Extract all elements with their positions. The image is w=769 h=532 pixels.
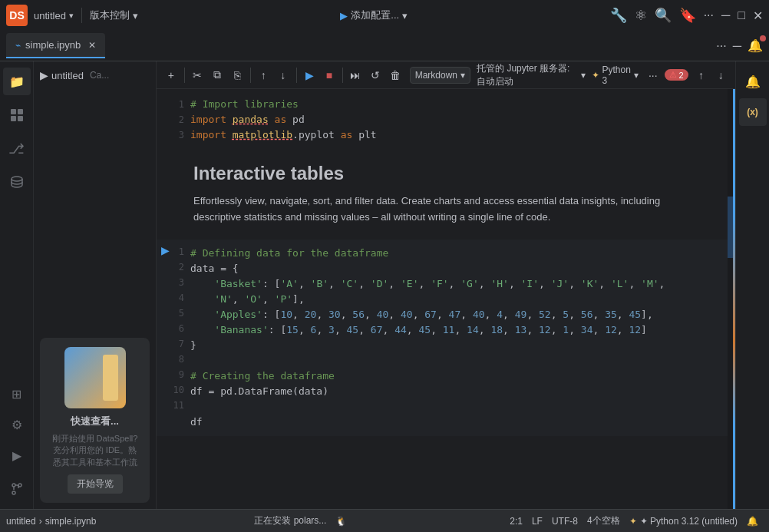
copy-cell-button[interactable]: ⧉ [209, 64, 226, 86]
close-button[interactable]: ✕ [753, 8, 763, 23]
promo-title: 快速查看... [71, 415, 119, 428]
code-line: 'Apples': [10, 20, 30, 56, 40, 40, 67, 4… [190, 307, 735, 322]
rp-notifications-icon[interactable]: 🔔 [739, 68, 767, 95]
code-module: pandas [233, 114, 269, 125]
clear-output-button[interactable]: 🗑 [387, 64, 404, 86]
version-ctrl-label: 版本控制 [90, 8, 130, 22]
minimize-button[interactable]: ─ [721, 8, 730, 22]
move-cell-down-button[interactable]: ↓ [275, 64, 292, 86]
line-num: 3 [179, 275, 184, 290]
activity-bar: 📁 ⎇ ⊞ ⚙ ▶ [0, 61, 34, 509]
actbar-terminal-icon[interactable]: ▶ [3, 441, 31, 469]
project-dropdown-icon[interactable]: ▾ [69, 11, 74, 21]
statusbar-encoding[interactable]: UTF-8 [547, 516, 583, 527]
cell-type-select[interactable]: Markdown ▾ [410, 67, 470, 84]
code-cell-2: ▶ 1 2 3 4 5 6 7 8 9 10 11 [157, 240, 735, 436]
code-comment: # Creating the dataframe [190, 370, 335, 382]
tab-simple-ipynb[interactable]: ⌁ simple.ipynb ✕ [6, 33, 105, 58]
version-control-btn[interactable]: 版本控制 ▾ [90, 8, 138, 22]
actbar-extensions-icon[interactable]: ⊞ [3, 380, 31, 408]
move-cell-up-button[interactable]: ↑ [255, 64, 272, 86]
nav-down-button[interactable]: ↓ [712, 64, 729, 86]
statusbar-breadcrumb[interactable]: untitled › simple.ipynb [6, 516, 96, 527]
code-string: 'Basket' [214, 278, 262, 289]
actbar-datascience-icon[interactable] [3, 101, 31, 129]
actbar-settings-icon[interactable]: ⚙ [3, 411, 31, 438]
sidebar-folder-arrow[interactable]: ▶ [40, 69, 48, 81]
tab-bar-actions: ··· ─ 🔔 [716, 38, 763, 53]
toolbar-sep-3 [296, 68, 297, 83]
cursor-position: 2:1 [510, 516, 523, 527]
actbar-project-icon[interactable]: 📁 [3, 68, 31, 95]
statusbar-installing[interactable]: 正在安装 polars... [249, 514, 331, 527]
code-line: df [190, 415, 735, 430]
code-keyword: import [190, 114, 226, 125]
bookmark-icon[interactable]: 🔖 [679, 7, 696, 24]
svg-rect-2 [11, 116, 16, 121]
cell-2-content[interactable]: # Defining data for the dataframe data =… [190, 243, 735, 433]
more-icon[interactable]: ··· [704, 8, 714, 22]
sidebar-project-name: untitled [51, 70, 84, 81]
rp-variables-icon[interactable]: (x) [739, 98, 767, 126]
statusbar-bell[interactable]: 🔔 [742, 516, 763, 527]
run-all-button[interactable]: ⏭ [348, 64, 365, 86]
python-arrow: ▾ [634, 70, 639, 81]
interrupt-button[interactable]: ■ [321, 64, 338, 86]
code-line [190, 353, 735, 368]
svg-point-7 [12, 491, 15, 494]
add-cell-button[interactable]: + [163, 64, 180, 86]
tab-more-icon[interactable]: ··· [716, 39, 726, 53]
actbar-git-icon[interactable]: ⎇ [3, 135, 31, 163]
promo-button[interactable]: 开始导览 [68, 474, 123, 494]
python-star-icon: ✦ [592, 70, 599, 81]
code-keyword: as [341, 129, 353, 140]
toolbar-sep-2 [250, 68, 251, 83]
line-num: 2 [179, 112, 184, 127]
cell-2-gutter: ▶ 1 2 3 4 5 6 7 8 9 10 11 [158, 243, 190, 433]
promo-image [64, 347, 126, 408]
cell-2-line-nums: 1 2 3 4 5 6 7 8 9 10 11 [173, 244, 184, 413]
app-logo: DS [6, 5, 28, 26]
restart-kernel-button[interactable]: ↺ [367, 64, 384, 86]
toolbar-sep-4 [342, 68, 343, 83]
actbar-git-bottom-icon[interactable] [3, 475, 31, 503]
statusbar-line-ending[interactable]: LF [527, 516, 547, 527]
statusbar-indent[interactable]: 4个空格 [583, 514, 625, 527]
statusbar-python[interactable]: ✦ ✦ Python 3.12 (untitled) [625, 516, 742, 527]
run-cell-button[interactable]: ▶ [301, 64, 318, 86]
error-badge[interactable]: ⚠ 2 [665, 69, 688, 81]
run-indicator[interactable]: ▶ [161, 244, 170, 256]
code-string: 'Apples' [214, 309, 262, 320]
statusbar-cursor[interactable]: 2:1 [505, 516, 527, 527]
python-kernel-select[interactable]: ✦ Python 3 ▾ [592, 64, 639, 86]
project-name: untitled [34, 10, 66, 21]
maximize-button[interactable]: □ [738, 8, 745, 22]
line-num: 7 [179, 336, 184, 352]
line-num: 5 [179, 306, 184, 321]
sidebar-file-tab[interactable]: Ca... [90, 70, 109, 81]
line-num: 1 [179, 97, 184, 112]
tab-close-icon[interactable]: ✕ [88, 40, 96, 51]
cut-cell-button[interactable]: ✂ [189, 64, 206, 86]
nav-up-button[interactable]: ↑ [693, 64, 710, 86]
line-num: 8 [179, 352, 184, 367]
line-num: 4 [179, 290, 184, 306]
toolbar-more-button[interactable]: ··· [645, 64, 662, 86]
tab-bell-icon[interactable]: 🔔 [748, 38, 763, 53]
bell-status-icon: 🔔 [747, 516, 758, 527]
statusbar-penguin[interactable]: 🐧 [331, 516, 351, 527]
notebook-content[interactable]: 1 2 3 # Import libraries import pandas a… [157, 89, 735, 509]
code-line: import pandas as pd [190, 112, 735, 127]
line-ending-label: LF [532, 516, 543, 527]
tab-collapse-icon[interactable]: ─ [733, 39, 741, 53]
tab-label: simple.ipynb [25, 39, 81, 51]
toolbar-icon-2[interactable]: ⚛ [635, 7, 647, 24]
paste-cell-button[interactable]: ⎘ [229, 64, 246, 86]
error-count: 2 [679, 71, 684, 80]
actbar-db-icon[interactable] [3, 169, 31, 197]
search-icon[interactable]: 🔍 [655, 7, 672, 24]
toolbar-icon-1[interactable]: 🔧 [610, 7, 627, 24]
add-config-btn[interactable]: ▶ 添加配置... ▾ [340, 8, 408, 22]
project-title-section[interactable]: untitled ▾ [34, 10, 74, 21]
jupyter-server-select[interactable]: 托管的 Jupyter 服务器: 自动启动 ▾ [477, 62, 585, 88]
